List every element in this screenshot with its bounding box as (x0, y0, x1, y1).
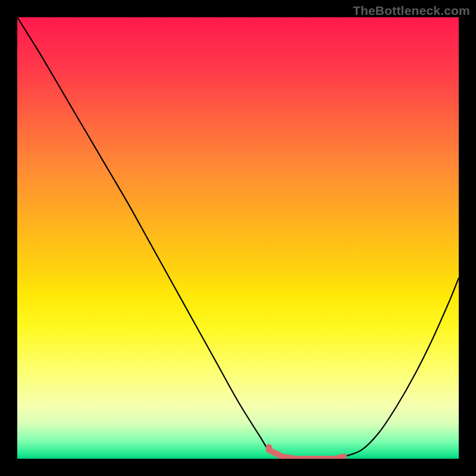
chart-plot-area (17, 17, 459, 459)
highlight-segment-line (269, 450, 344, 459)
watermark-text: TheBottleneck.com (353, 4, 470, 18)
chart-svg (17, 17, 459, 459)
bottleneck-curve-line (17, 17, 459, 459)
highlight-start-dot (266, 444, 272, 450)
